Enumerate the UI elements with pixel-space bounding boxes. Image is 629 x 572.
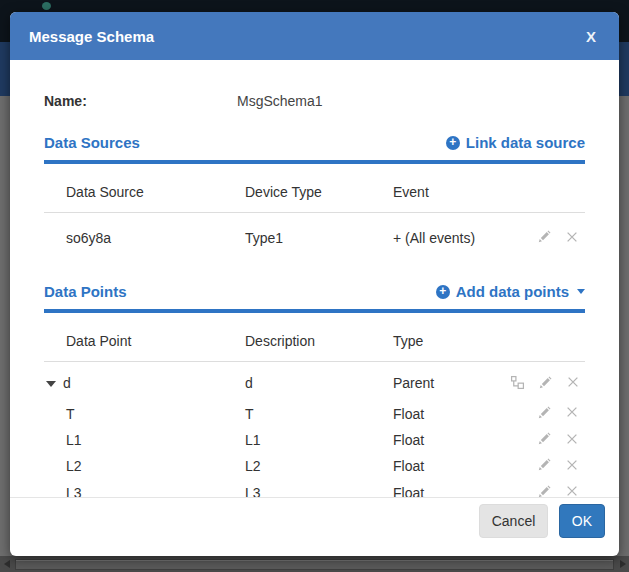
column-header: Type (385, 313, 493, 362)
column-header: Event (385, 164, 493, 213)
add-child-icon[interactable] (510, 375, 525, 393)
link-data-source-label: Link data source (466, 134, 585, 151)
delete-icon[interactable] (565, 458, 579, 475)
data-points-heading: Data Points (44, 283, 127, 300)
plus-circle-icon (446, 136, 460, 150)
type-cell: Float (385, 453, 493, 479)
data-points-section: Data Points Add data points Data Point D… (44, 283, 585, 497)
add-data-points-label: Add data points (456, 283, 569, 300)
type-cell: Float (385, 401, 493, 427)
scroll-right-icon[interactable] (620, 560, 626, 568)
modal-footer: Cancel OK (10, 497, 619, 556)
edit-icon[interactable] (537, 229, 552, 247)
plus-circle-icon (436, 285, 450, 299)
data-point-row: d d Parent (44, 362, 585, 401)
link-data-source-button[interactable]: Link data source (446, 134, 585, 151)
background-logo-dot (42, 2, 51, 10)
edit-icon[interactable] (538, 375, 553, 393)
data-point-name-cell: d (44, 362, 237, 401)
collapse-caret-icon[interactable] (46, 381, 56, 387)
data-point-name-cell: T (44, 401, 237, 427)
description-cell: L3 (237, 479, 385, 497)
name-row: Name: MsgSchema1 (44, 93, 585, 110)
description-cell: L1 (237, 427, 385, 453)
table-header-row: Data Point Description Type (44, 313, 585, 362)
cancel-button[interactable]: Cancel (479, 504, 549, 538)
data-point-name-cell: L2 (44, 453, 237, 479)
message-schema-modal: Message Schema X Name: MsgSchema1 Data S… (10, 12, 619, 556)
horizontal-scrollbar[interactable] (0, 556, 629, 572)
name-value: MsgSchema1 (237, 93, 323, 110)
description-cell: L2 (237, 453, 385, 479)
data-sources-heading: Data Sources (44, 134, 140, 151)
event-cell: + (All events) (385, 213, 493, 265)
data-sources-table: Data Source Device Type Event so6y8a Typ… (44, 164, 585, 264)
modal-title: Message Schema (29, 28, 154, 45)
modal-header: Message Schema X (10, 12, 619, 60)
column-header-actions (493, 164, 585, 213)
column-header: Description (237, 313, 385, 362)
delete-icon[interactable] (565, 484, 579, 497)
scroll-left-icon[interactable] (4, 560, 10, 568)
description-cell: d (237, 362, 385, 401)
edit-icon[interactable] (537, 457, 552, 475)
delete-icon[interactable] (565, 405, 579, 422)
data-point-name-cell: L3 (44, 479, 237, 497)
column-header: Data Point (44, 313, 237, 362)
edit-icon[interactable] (537, 431, 552, 449)
device-type-cell: Type1 (237, 213, 385, 265)
column-header-actions (493, 313, 585, 362)
add-data-points-button[interactable]: Add data points (436, 283, 585, 300)
scrollbar-thumb[interactable] (15, 559, 614, 570)
data-point-row: L3 L3 Float (44, 479, 585, 497)
data-point-row: T T Float (44, 401, 585, 427)
data-point-row: L1 L1 Float (44, 427, 585, 453)
ok-button[interactable]: OK (559, 504, 605, 538)
edit-icon[interactable] (537, 405, 552, 423)
name-label: Name: (44, 93, 237, 110)
table-header-row: Data Source Device Type Event (44, 164, 585, 213)
data-points-table: Data Point Description Type d d Parent (44, 313, 585, 497)
delete-icon[interactable] (566, 375, 580, 392)
type-cell: Parent (385, 362, 493, 401)
column-header: Device Type (237, 164, 385, 213)
type-cell: Float (385, 427, 493, 453)
data-source-row: so6y8a Type1 + (All events) (44, 213, 585, 265)
description-cell: T (237, 401, 385, 427)
close-icon[interactable]: X (582, 26, 600, 47)
delete-icon[interactable] (565, 432, 579, 449)
edit-icon[interactable] (537, 484, 552, 497)
chevron-down-icon (577, 289, 585, 294)
data-sources-section: Data Sources Link data source Data Sourc… (44, 134, 585, 264)
type-cell: Float (385, 479, 493, 497)
data-source-cell: so6y8a (44, 213, 237, 265)
data-point-name-cell: L1 (44, 427, 237, 453)
data-point-row: L2 L2 Float (44, 453, 585, 479)
column-header: Data Source (44, 164, 237, 213)
delete-icon[interactable] (565, 230, 579, 247)
modal-body: Name: MsgSchema1 Data Sources Link data … (10, 60, 619, 497)
